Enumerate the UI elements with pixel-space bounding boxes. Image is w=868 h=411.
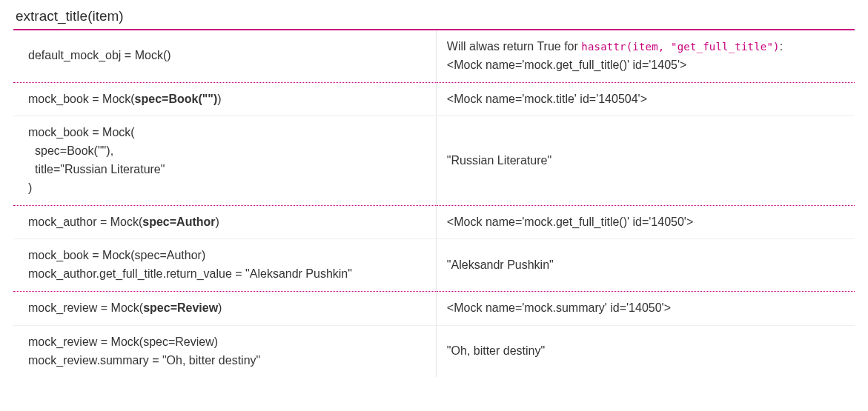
table-row: mock_review = Mock(spec=Review)mock_revi… <box>13 325 855 377</box>
result-cell: Will alwas return True for hasattr(item,… <box>436 30 855 82</box>
code-cell: mock_book = Mock(spec=Author)mock_author… <box>13 239 436 292</box>
code-cell: mock_review = Mock(spec=Review) <box>13 291 436 325</box>
table-row: mock_book = Mock(spec=Author)mock_author… <box>13 239 855 292</box>
code-cell: mock_book = Mock(spec=Book("")) <box>13 82 436 116</box>
code-cell: default_mock_obj = Mock() <box>13 30 436 82</box>
result-cell: "Oh, bitter destiny" <box>436 325 855 377</box>
table-row: mock_author = Mock(spec=Author)<Mock nam… <box>13 205 855 239</box>
table-row: mock_review = Mock(spec=Review)<Mock nam… <box>13 291 855 325</box>
table-title: extract_title(item) <box>13 4 855 29</box>
mock-examples-table: default_mock_obj = Mock()Will alwas retu… <box>13 30 855 377</box>
table-row: mock_book = Mock(spec=Book(""),title="Ru… <box>13 116 855 205</box>
result-cell: "Aleksandr Pushkin" <box>436 239 855 292</box>
result-cell: <Mock name='mock.get_full_title()' id='1… <box>436 205 855 239</box>
table-row: default_mock_obj = Mock()Will alwas retu… <box>13 30 855 82</box>
code-cell: mock_book = Mock(spec=Book(""),title="Ru… <box>13 116 436 205</box>
document-wrapper: extract_title(item) default_mock_obj = M… <box>0 0 868 390</box>
result-cell: <Mock name='mock.summary' id='14050'> <box>436 291 855 325</box>
code-cell: mock_author = Mock(spec=Author) <box>13 205 436 239</box>
table-row: mock_book = Mock(spec=Book(""))<Mock nam… <box>13 82 855 116</box>
result-cell: "Russian Literature" <box>436 116 855 205</box>
code-cell: mock_review = Mock(spec=Review)mock_revi… <box>13 325 436 377</box>
result-cell: <Mock name='mock.title' id='140504'> <box>436 82 855 116</box>
